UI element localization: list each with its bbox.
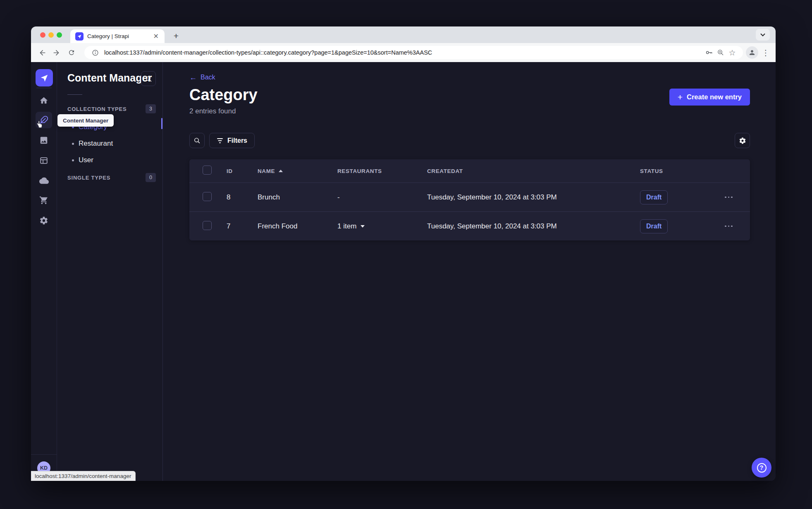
window-minimize-button[interactable] bbox=[48, 32, 54, 38]
filters-button[interactable]: Filters bbox=[209, 133, 255, 148]
cloud-icon bbox=[39, 176, 49, 185]
subnav-title: Content Manager bbox=[67, 72, 152, 84]
content-manager-tooltip: Content Manager bbox=[57, 114, 114, 127]
header-createdat[interactable]: CREATEDAT bbox=[427, 168, 640, 174]
row-actions-menu-button[interactable] bbox=[725, 222, 733, 230]
question-mark-icon: ? bbox=[757, 463, 767, 473]
browser-toolbar: localhost:1337/admin/content-manager/col… bbox=[31, 43, 776, 62]
page-info-icon[interactable] bbox=[89, 47, 101, 58]
collection-type-label: User bbox=[79, 156, 93, 164]
header-restaurants[interactable]: RESTAURANTS bbox=[337, 168, 427, 174]
bullet-icon bbox=[72, 143, 74, 145]
password-manager-icon[interactable] bbox=[703, 47, 715, 58]
tab-search-button[interactable] bbox=[756, 29, 770, 41]
single-types-count-badge: 0 bbox=[146, 173, 156, 182]
restaurants-dropdown-caret[interactable] bbox=[361, 225, 365, 228]
bullet-icon bbox=[72, 159, 74, 161]
tab-close-icon[interactable]: ✕ bbox=[153, 32, 160, 40]
single-types-section: SINGLE TYPES 0 bbox=[67, 173, 156, 182]
collection-type-item[interactable]: Restaurant bbox=[57, 135, 162, 152]
settings-nav-button[interactable] bbox=[36, 212, 52, 229]
single-types-label: SINGLE TYPES bbox=[67, 175, 110, 181]
row-actions-menu-button[interactable] bbox=[725, 193, 733, 202]
create-new-entry-label: Create new entry bbox=[687, 93, 742, 101]
strapi-logo[interactable] bbox=[36, 69, 53, 86]
table-row[interactable]: 7 French Food 1 item Tuesday, September … bbox=[189, 211, 750, 240]
collection-types-label: COLLECTION TYPES bbox=[67, 106, 127, 112]
browser-tab[interactable]: Category | Strapi ✕ bbox=[70, 29, 165, 43]
strapi-favicon bbox=[75, 32, 84, 41]
browser-window: Category | Strapi ✕ + localhost:1337/adm… bbox=[31, 26, 776, 481]
filters-label: Filters bbox=[227, 137, 247, 144]
status-badge: Draft bbox=[640, 219, 668, 233]
search-icon bbox=[145, 75, 152, 82]
back-label: Back bbox=[201, 74, 215, 81]
cell-createdat: Tuesday, September 10, 2024 at 3:03 PM bbox=[427, 222, 640, 230]
rail-divider bbox=[36, 88, 52, 88]
entries-table: ID NAME RESTAURANTS CREATEDAT STATUS 8 B… bbox=[189, 159, 750, 240]
browser-menu-icon[interactable]: ⋮ bbox=[761, 46, 771, 59]
back-arrow-icon: ← bbox=[189, 74, 197, 81]
strapi-app: KD Content Manager COLLECTION TYPES 3 Ca… bbox=[31, 62, 776, 481]
entries-count: 2 entries found bbox=[189, 107, 258, 115]
content-type-builder-nav-button[interactable] bbox=[36, 152, 52, 169]
cell-id: 7 bbox=[227, 222, 258, 230]
subnav-search-button[interactable] bbox=[141, 71, 156, 86]
zoom-page-icon[interactable] bbox=[715, 47, 726, 58]
browser-back-button[interactable] bbox=[35, 46, 48, 59]
url-text: localhost:1337/admin/content-manager/col… bbox=[104, 49, 703, 56]
table-header-row: ID NAME RESTAURANTS CREATEDAT STATUS bbox=[189, 159, 750, 182]
table-row[interactable]: 8 Brunch - Tuesday, September 10, 2024 a… bbox=[189, 182, 750, 211]
collection-type-item[interactable]: User bbox=[57, 152, 162, 168]
browser-reload-button[interactable] bbox=[65, 46, 78, 59]
mouse-cursor-hand bbox=[36, 120, 43, 130]
cell-restaurants[interactable]: - bbox=[337, 193, 427, 202]
media-library-icon bbox=[39, 136, 48, 145]
chevron-down-icon bbox=[760, 33, 765, 36]
collection-type-label: Restaurant bbox=[79, 139, 113, 148]
header-name[interactable]: NAME bbox=[258, 168, 337, 174]
browser-profile-avatar[interactable] bbox=[746, 46, 758, 59]
view-settings-button[interactable] bbox=[735, 133, 750, 148]
header-id[interactable]: ID bbox=[227, 168, 258, 174]
cloud-nav-button[interactable] bbox=[36, 172, 52, 189]
main-nav-rail: KD bbox=[31, 62, 57, 481]
page-title: Category bbox=[189, 85, 258, 105]
browser-status-bar: localhost:1337/admin/content-manager bbox=[31, 471, 136, 481]
content-manager-nav-button[interactable] bbox=[36, 112, 52, 128]
window-close-button[interactable] bbox=[40, 32, 45, 38]
bookmark-star-icon[interactable]: ☆ bbox=[726, 47, 738, 58]
gear-icon bbox=[39, 216, 48, 225]
active-item-indicator bbox=[161, 118, 162, 129]
filter-icon bbox=[217, 138, 223, 144]
marketplace-nav-button[interactable] bbox=[36, 192, 52, 209]
header-status[interactable]: STATUS bbox=[640, 168, 725, 174]
select-all-checkbox[interactable] bbox=[203, 166, 212, 175]
sort-ascending-icon bbox=[279, 170, 283, 172]
row-checkbox[interactable] bbox=[203, 192, 212, 201]
cell-name: French Food bbox=[258, 222, 337, 230]
new-tab-button[interactable]: + bbox=[170, 30, 182, 42]
status-badge: Draft bbox=[640, 190, 668, 204]
browser-forward-button[interactable] bbox=[50, 46, 63, 59]
shopping-cart-icon bbox=[39, 196, 48, 205]
collection-types-section: COLLECTION TYPES 3 bbox=[67, 104, 156, 113]
content-type-builder-icon bbox=[39, 156, 48, 165]
table-body: 8 Brunch - Tuesday, September 10, 2024 a… bbox=[189, 182, 750, 240]
url-bar[interactable]: localhost:1337/admin/content-manager/col… bbox=[84, 46, 743, 59]
tab-title: Category | Strapi bbox=[87, 33, 153, 39]
main-content: ← Back Category 2 entries found + Create… bbox=[163, 62, 776, 481]
create-new-entry-button[interactable]: + Create new entry bbox=[669, 89, 750, 106]
plus-icon: + bbox=[678, 93, 683, 101]
help-button[interactable]: ? bbox=[752, 458, 771, 478]
window-zoom-button[interactable] bbox=[57, 32, 62, 38]
media-library-nav-button[interactable] bbox=[36, 132, 52, 149]
row-checkbox[interactable] bbox=[203, 221, 212, 230]
cell-restaurants[interactable]: 1 item bbox=[337, 222, 427, 230]
gear-icon bbox=[739, 137, 746, 144]
list-search-button[interactable] bbox=[189, 133, 205, 148]
home-nav-button[interactable] bbox=[36, 92, 52, 109]
cell-createdat: Tuesday, September 10, 2024 at 3:03 PM bbox=[427, 193, 640, 202]
search-icon bbox=[193, 137, 201, 144]
back-link[interactable]: ← Back bbox=[189, 74, 215, 81]
